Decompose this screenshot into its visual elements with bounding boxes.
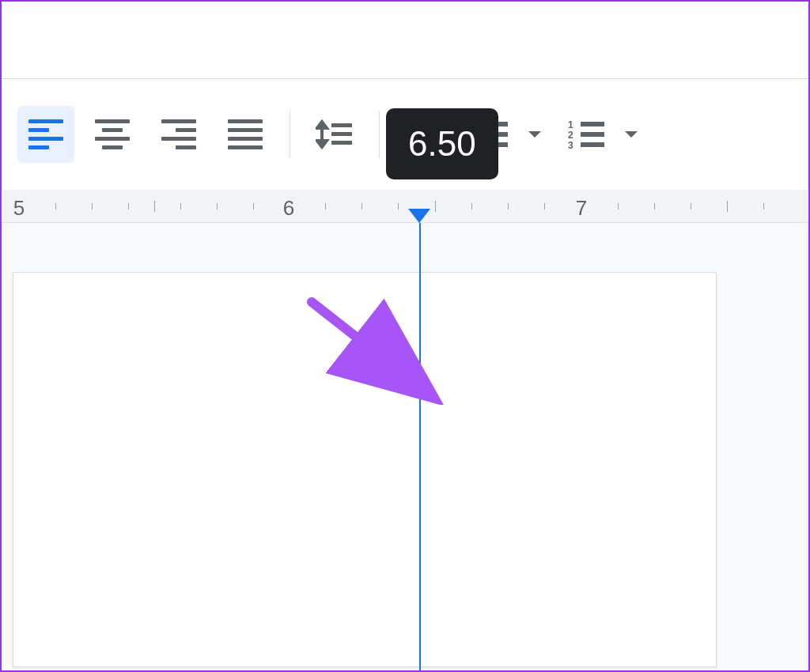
align-justify-button[interactable] [217, 106, 274, 163]
align-left-icon [28, 119, 63, 149]
ruler-value-tooltip: 6.50 [386, 108, 498, 179]
margin-guideline [419, 223, 421, 672]
align-right-button[interactable] [150, 106, 207, 163]
separator [379, 111, 380, 158]
numbered-list-icon: 1 2 3 [568, 120, 606, 149]
svg-rect-13 [581, 122, 604, 126]
line-spacing-button[interactable] [306, 106, 363, 163]
numbered-list-button[interactable]: 1 2 3 [558, 106, 615, 163]
ruler-number-7: 7 [576, 196, 587, 221]
svg-rect-0 [331, 123, 352, 127]
numbered-list-dropdown[interactable] [617, 106, 645, 163]
ruler[interactable]: 5 6 7 [2, 190, 808, 223]
align-center-icon [95, 119, 130, 149]
align-left-button[interactable] [17, 106, 74, 163]
bulleted-list-dropdown[interactable] [520, 106, 549, 163]
svg-rect-2 [331, 141, 352, 145]
ruler-indent-marker[interactable] [408, 209, 430, 223]
align-right-icon [161, 119, 196, 149]
svg-text:3: 3 [568, 140, 573, 149]
title-area [2, 2, 808, 79]
svg-rect-17 [581, 142, 604, 147]
align-center-button[interactable] [84, 106, 141, 163]
line-spacing-icon [316, 119, 354, 150]
page[interactable] [13, 272, 717, 667]
ruler-number-5: 5 [13, 196, 25, 221]
numbered-list-combo: 1 2 3 [558, 106, 645, 163]
svg-rect-15 [581, 132, 604, 137]
align-justify-icon [228, 119, 263, 149]
document-area [2, 223, 808, 670]
ruler-number-6: 6 [283, 196, 294, 221]
svg-rect-1 [331, 132, 352, 136]
chevron-down-icon [527, 130, 543, 139]
chevron-down-icon [623, 130, 639, 139]
svg-text:2: 2 [568, 130, 573, 141]
separator [290, 111, 290, 158]
